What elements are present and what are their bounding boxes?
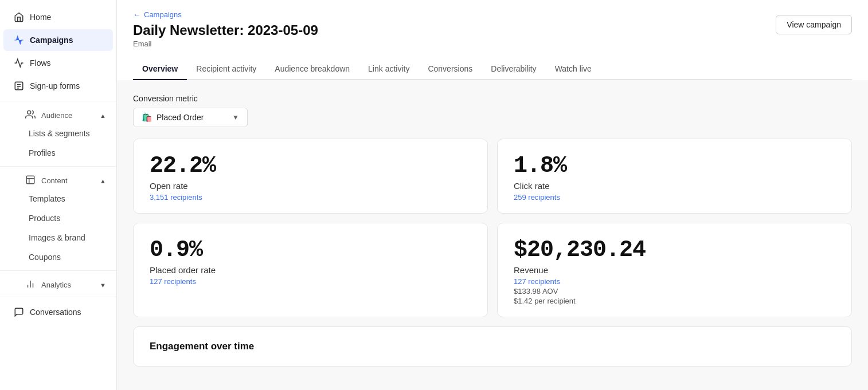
sidebar-divider-3 (0, 270, 116, 271)
sidebar-item-home[interactable]: Home (3, 6, 113, 28)
placed-order-rate-value: 0.9% (150, 237, 471, 263)
dropdown-left: 🛍️ Placed Order (142, 112, 204, 123)
open-rate-value: 22.2% (150, 153, 471, 179)
sidebar-divider-2 (0, 166, 116, 167)
sidebar-section-audience[interactable]: Audience ▲ (0, 105, 116, 124)
sidebar-item-images-brand[interactable]: Images & brand (3, 229, 113, 247)
campaigns-icon (14, 35, 24, 45)
open-rate-label: Open rate (150, 181, 471, 191)
header-top: ← Campaigns Daily Newsletter: 2023-05-09… (133, 10, 852, 56)
sidebar-item-signup-forms-label: Sign-up forms (30, 81, 80, 90)
sidebar-item-templates[interactable]: Templates (3, 190, 113, 208)
sidebar-item-campaigns[interactable]: Campaigns (3, 29, 113, 51)
audience-icon (25, 109, 36, 121)
main-content: ← Campaigns Daily Newsletter: 2023-05-09… (117, 0, 868, 390)
forms-icon (14, 81, 24, 91)
analytics-section-label: Analytics (41, 281, 71, 289)
metrics-grid: 22.2% Open rate 3,151 recipients 1.8% Cl… (133, 139, 852, 317)
tabs-nav: Overview Recipient activity Audience bre… (133, 58, 852, 80)
audience-chevron-icon: ▲ (100, 112, 106, 119)
click-rate-value: 1.8% (514, 153, 835, 179)
click-rate-label: Click rate (514, 181, 835, 191)
sidebar-item-conversations[interactable]: Conversations (3, 301, 113, 323)
placed-order-rate-label: Placed order rate (150, 265, 471, 275)
tab-conversions[interactable]: Conversions (419, 58, 482, 80)
sidebar: Home Campaigns Flows Sign-up forms Audie… (0, 0, 117, 390)
svg-point-4 (28, 111, 31, 114)
sidebar-item-lists-segments[interactable]: Lists & segments (3, 124, 113, 143)
conversion-metric-label: Conversion metric (133, 94, 852, 103)
revenue-recipients[interactable]: 127 recipients (514, 277, 835, 286)
content-chevron-icon: ▲ (100, 178, 106, 184)
audience-section-label: Audience (41, 111, 72, 120)
sidebar-item-conversations-label: Conversations (30, 308, 81, 317)
sidebar-item-campaigns-label: Campaigns (30, 36, 73, 45)
sidebar-divider-1 (0, 101, 116, 101)
analytics-chevron-icon: ▼ (100, 282, 106, 289)
conversion-metric-dropdown[interactable]: 🛍️ Placed Order ▼ (133, 108, 248, 127)
sidebar-item-home-label: Home (30, 13, 51, 22)
flows-icon (14, 58, 24, 68)
engagement-card: Engagement over time (133, 326, 852, 367)
metric-card-revenue: $20,230.24 Revenue 127 recipients $133.9… (497, 223, 852, 317)
sidebar-item-flows[interactable]: Flows (3, 52, 113, 74)
revenue-label: Revenue (514, 265, 835, 275)
tab-link-activity[interactable]: Link activity (359, 58, 419, 80)
sidebar-section-content[interactable]: Content ▲ (0, 170, 116, 189)
home-icon (14, 12, 24, 22)
analytics-icon (25, 279, 36, 291)
sidebar-item-flows-label: Flows (30, 58, 51, 68)
metric-card-open-rate: 22.2% Open rate 3,151 recipients (133, 139, 488, 214)
revenue-value: $20,230.24 (514, 237, 835, 263)
breadcrumb-label: Campaigns (144, 10, 182, 19)
tab-watch-live[interactable]: Watch live (546, 58, 601, 80)
tab-recipient-activity[interactable]: Recipient activity (187, 58, 265, 80)
view-campaign-button[interactable]: View campaign (776, 15, 852, 34)
page-header: ← Campaigns Daily Newsletter: 2023-05-09… (117, 0, 868, 80)
header-left: ← Campaigns Daily Newsletter: 2023-05-09… (133, 10, 318, 56)
placed-order-icon: 🛍️ (142, 112, 153, 123)
placed-order-rate-recipients[interactable]: 127 recipients (150, 277, 471, 286)
open-rate-recipients[interactable]: 3,151 recipients (150, 193, 471, 202)
sidebar-item-coupons[interactable]: Coupons (3, 248, 113, 266)
sidebar-item-signup-forms[interactable]: Sign-up forms (3, 75, 113, 97)
tab-overview[interactable]: Overview (133, 58, 187, 80)
metric-card-click-rate: 1.8% Click rate 259 recipients (497, 139, 852, 214)
sidebar-section-analytics[interactable]: Analytics ▼ (0, 274, 116, 293)
svg-rect-5 (26, 176, 34, 184)
sidebar-item-products[interactable]: Products (3, 209, 113, 227)
dropdown-chevron-icon: ▼ (232, 113, 239, 121)
breadcrumb-arrow: ← (133, 10, 140, 19)
content-area: Conversion metric 🛍️ Placed Order ▼ 22.2… (117, 80, 868, 390)
tab-deliverability[interactable]: Deliverability (482, 58, 545, 80)
page-subtitle: Email (133, 40, 318, 48)
sidebar-item-profiles[interactable]: Profiles (3, 144, 113, 162)
content-icon (25, 175, 36, 187)
page-title: Daily Newsletter: 2023-05-09 (133, 22, 318, 38)
engagement-title: Engagement over time (150, 341, 835, 352)
dropdown-selected-value: Placed Order (157, 113, 204, 122)
conversations-icon (14, 307, 24, 317)
metric-card-placed-order-rate: 0.9% Placed order rate 127 recipients (133, 223, 488, 317)
content-section-label: Content (41, 176, 68, 185)
breadcrumb[interactable]: ← Campaigns (133, 10, 318, 19)
revenue-aov: $133.98 AOV (514, 287, 835, 296)
sidebar-divider-4 (0, 297, 116, 297)
click-rate-recipients[interactable]: 259 recipients (514, 193, 835, 202)
revenue-per-recipient: $1.42 per recipient (514, 297, 835, 305)
tab-audience-breakdown[interactable]: Audience breakdown (265, 58, 359, 80)
